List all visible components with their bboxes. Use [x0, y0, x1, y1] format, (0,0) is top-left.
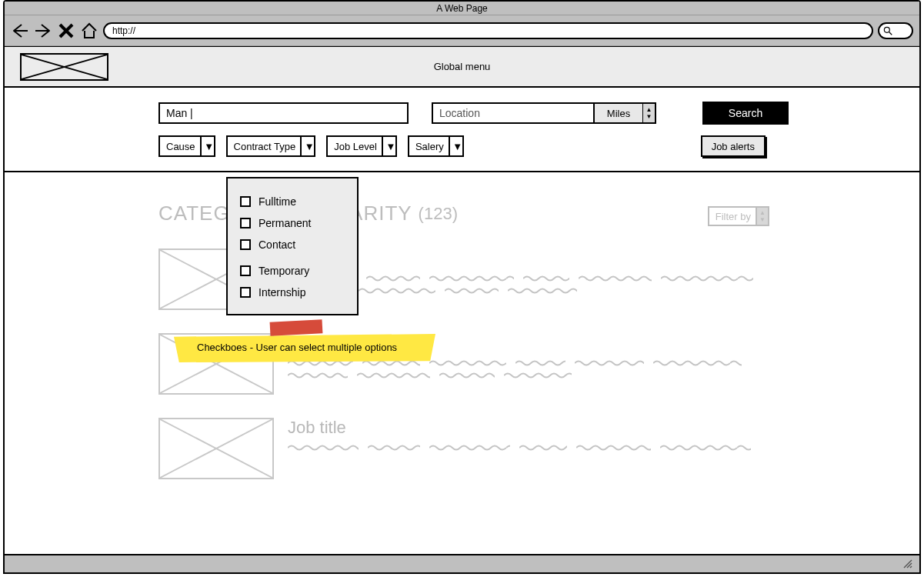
- chevron-down-icon: ▼: [382, 137, 395, 155]
- statusbar: [5, 554, 919, 572]
- cause-dropdown[interactable]: Cause ▼: [158, 135, 215, 157]
- browser-search-icon[interactable]: [878, 22, 913, 39]
- contract-option[interactable]: Temporary: [240, 260, 345, 282]
- filter-by-stepper-icon: ▲▼: [756, 208, 768, 225]
- contract-option[interactable]: Internship: [240, 282, 345, 303]
- salary-label: Salery: [415, 141, 444, 152]
- search-button[interactable]: Search: [702, 102, 789, 125]
- checkbox-icon[interactable]: [240, 218, 251, 228]
- option-label: Temporary: [259, 265, 309, 277]
- contract-type-label: Contract Type: [234, 141, 296, 152]
- location-input[interactable]: Location: [433, 104, 595, 122]
- checkbox-icon[interactable]: [240, 287, 251, 298]
- job-description-placeholder: [288, 359, 765, 379]
- resize-grip-icon: [902, 559, 913, 569]
- salary-dropdown[interactable]: Salery ▼: [408, 135, 464, 157]
- location-group: Location Miles ▲▼: [432, 102, 656, 124]
- filter-by-label: Filter by: [716, 211, 751, 222]
- forward-icon[interactable]: [34, 22, 52, 40]
- home-icon[interactable]: [80, 22, 98, 40]
- job-description-placeholder: [288, 444, 765, 452]
- chevron-down-icon: ▼: [449, 137, 462, 155]
- checkbox-icon[interactable]: [240, 265, 251, 276]
- contract-option[interactable]: Contact: [240, 234, 345, 255]
- option-label: Internship: [259, 286, 305, 299]
- contract-option[interactable]: Fulltime: [240, 191, 345, 212]
- job-title: Job title: [288, 418, 765, 438]
- chevron-down-icon: ▼: [200, 137, 214, 155]
- close-icon[interactable]: [57, 22, 75, 40]
- chevron-down-icon: ▼: [300, 137, 314, 155]
- contract-type-dropdown[interactable]: Contract Type ▼: [226, 135, 316, 157]
- logo-placeholder: [20, 53, 108, 81]
- keyword-input[interactable]: Man |: [158, 102, 409, 124]
- back-icon[interactable]: [11, 22, 29, 40]
- option-label: Permanent: [259, 217, 311, 229]
- svg-line-11: [910, 566, 912, 568]
- job-title: Job title: [288, 248, 765, 268]
- checkbox-icon[interactable]: [240, 196, 251, 207]
- option-label: Contact: [259, 238, 295, 251]
- results-count: (123): [419, 204, 458, 224]
- contract-type-panel: Fulltime Permanent Contact Temporary Int…: [226, 177, 359, 315]
- checkbox-icon[interactable]: [240, 239, 251, 250]
- cause-label: Cause: [166, 141, 195, 152]
- annotation-note: Checkboes - User can select multiple opt…: [174, 334, 435, 362]
- miles-stepper-icon[interactable]: ▲▼: [642, 104, 655, 122]
- search-section: Man | Location Miles ▲▼ Search Cause ▼: [5, 88, 919, 172]
- job-alerts-button[interactable]: Job alerts: [701, 135, 766, 157]
- job-level-label: Job Level: [334, 141, 377, 152]
- miles-label: Miles: [607, 108, 630, 119]
- job-card[interactable]: Job title: [158, 418, 919, 479]
- annotation-connector: [270, 319, 323, 336]
- browser-toolbar: http://: [5, 15, 919, 46]
- miles-select[interactable]: Miles: [595, 104, 642, 122]
- svg-point-0: [884, 27, 889, 32]
- contract-option[interactable]: Permanent: [240, 212, 345, 234]
- job-thumbnail: [158, 418, 274, 479]
- global-menu-label: Global menu: [434, 61, 491, 72]
- window-title: A Web Page: [5, 2, 919, 15]
- filter-by-select[interactable]: Filter by ▲▼: [708, 206, 769, 226]
- results-section: CATEGORY OR CHARITY (123) Filter by ▲▼ J…: [5, 172, 919, 479]
- job-level-dropdown[interactable]: Job Level ▼: [326, 135, 397, 157]
- option-label: Fulltime: [259, 195, 296, 208]
- url-input[interactable]: http://: [103, 22, 873, 39]
- global-menu-bar: Global menu: [5, 46, 919, 88]
- job-description-placeholder: [288, 275, 765, 295]
